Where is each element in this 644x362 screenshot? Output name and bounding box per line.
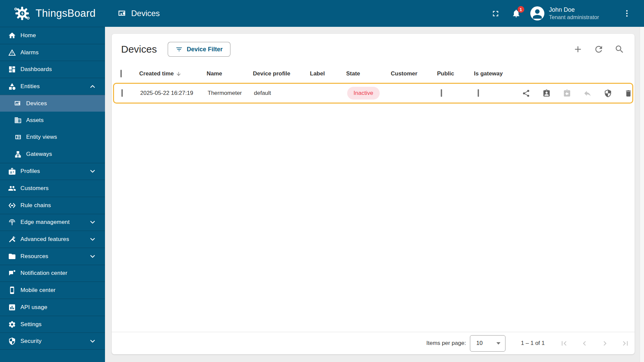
people-icon [8, 184, 16, 192]
column-header-name[interactable]: Name [207, 70, 253, 77]
cell-device-profile: default [254, 90, 311, 97]
column-header-device-profile[interactable]: Device profile [253, 70, 310, 77]
sidebar-item-rule-chains[interactable]: Rule chains [0, 197, 105, 214]
delete-icon [624, 89, 633, 98]
sidebar-item-edge-management[interactable]: Edge management [0, 214, 105, 231]
more-menu-button[interactable] [623, 9, 631, 18]
sidebar-item-label: Advanced features [20, 236, 69, 243]
sidebar-item-resources[interactable]: Resources [0, 248, 105, 265]
table-row[interactable]: 2025-05-22 16:27:19 Thermometer default … [113, 83, 633, 104]
user-name: John Doe [549, 6, 599, 14]
cell-name: Thermometer [208, 90, 254, 97]
is-gateway-checkbox[interactable] [478, 89, 479, 97]
share-button[interactable] [522, 89, 530, 98]
sidebar-item-label: Devices [26, 100, 47, 107]
app-name: ThingsBoard [36, 7, 96, 19]
sidebar-item-label: Mobile center [20, 287, 56, 294]
last-page-button[interactable] [621, 339, 630, 348]
main-content: Devices Device Filter [105, 27, 644, 362]
sidebar-item-advanced-features[interactable]: Advanced features [0, 231, 105, 248]
sidebar-item-label: Alarms [20, 49, 39, 56]
search-button[interactable] [614, 44, 625, 54]
card-toolbar: Devices Device Filter [112, 34, 635, 65]
page-title: Devices [121, 44, 157, 55]
sidebar-item-devices[interactable]: Devices [0, 95, 105, 112]
next-page-button[interactable] [600, 339, 609, 348]
sidebar-item-settings[interactable]: Settings [0, 316, 105, 333]
column-header-created-time[interactable]: Created time [139, 70, 207, 77]
search-icon [614, 44, 625, 54]
sidebar-item-mobile-center[interactable]: Mobile center [0, 282, 105, 299]
add-device-button[interactable] [573, 44, 583, 54]
thingsboard-gear-logo-icon [13, 5, 31, 22]
shield-icon [8, 337, 16, 345]
breadcrumb[interactable]: Devices [118, 9, 160, 18]
items-per-page-select[interactable]: 10 [470, 335, 505, 352]
sidebar-item-profiles[interactable]: Profiles [0, 163, 105, 180]
items-per-page-label: Items per page: [426, 340, 466, 347]
chevron-down-icon [496, 342, 500, 345]
chevron-up-icon [89, 83, 96, 90]
column-header-is-gateway[interactable]: Is gateway [474, 70, 521, 77]
sidebar-item-entities[interactable]: Entities [0, 78, 105, 95]
sidebar-item-entity-views[interactable]: Entity views [0, 129, 105, 146]
assign-customer-button[interactable] [542, 89, 551, 98]
previous-page-button[interactable] [580, 339, 589, 348]
dashboard-icon [8, 65, 16, 73]
refresh-button[interactable] [594, 44, 604, 54]
sidebar-item-home[interactable]: Home [0, 27, 105, 44]
sidebar-item-label: Dashboards [20, 66, 52, 73]
chevron-down-icon [89, 253, 96, 260]
sidebar-item-api-usage[interactable]: API usage [0, 299, 105, 316]
avatar[interactable] [530, 6, 544, 20]
chevron-down-icon [89, 338, 96, 345]
sidebar-item-assets[interactable]: Assets [0, 112, 105, 129]
select-all-checkbox[interactable] [120, 70, 122, 77]
page-range-label: 1 – 1 of 1 [521, 340, 545, 347]
chevron-down-icon [89, 168, 96, 175]
security-button[interactable] [604, 89, 612, 98]
public-checkbox[interactable] [441, 89, 442, 97]
delete-button[interactable] [624, 89, 633, 98]
sidebar-item-gateways[interactable]: Gateways [0, 146, 105, 163]
category-icon [8, 82, 16, 90]
devices-breadcrumb-icon [118, 9, 127, 18]
previous-page-icon [580, 339, 589, 348]
row-checkbox[interactable] [121, 89, 123, 97]
notification-icon [8, 269, 16, 277]
paginator: Items per page: 10 1 – 1 of 1 [112, 332, 635, 354]
cell-created-time: 2025-05-22 16:27:19 [140, 90, 208, 97]
user-role: Tenant administrator [549, 14, 599, 21]
avatar-person-icon [530, 6, 544, 20]
sidebar-item-dashboards[interactable]: Dashboards [0, 61, 105, 78]
column-header-state[interactable]: State [346, 70, 391, 77]
sidebar-item-notification-center[interactable]: Notification center [0, 265, 105, 282]
phone-icon [8, 286, 16, 294]
unassign-button[interactable] [583, 89, 592, 98]
user-info: John Doe Tenant administrator [549, 6, 599, 20]
cell-state: Inactive [347, 87, 392, 100]
first-page-button[interactable] [559, 339, 569, 348]
device-filter-label: Device Filter [187, 46, 223, 53]
sidebar-item-label: Resources [20, 253, 48, 260]
column-header-public[interactable]: Public [437, 70, 474, 77]
warning-icon [8, 49, 16, 57]
lan-icon [14, 150, 22, 158]
filter-icon [175, 46, 183, 53]
sidebar-item-alarms[interactable]: Alarms [0, 44, 105, 61]
column-header-label[interactable]: Label [310, 70, 346, 77]
column-header-customer[interactable]: Customer [391, 70, 437, 77]
scrollbar[interactable] [640, 27, 644, 362]
sidebar-item-customers[interactable]: Customers [0, 180, 105, 197]
items-per-page-value: 10 [476, 340, 483, 347]
rule-chain-icon [8, 201, 16, 209]
manage-credentials-button[interactable] [563, 89, 571, 98]
sidebar-item-security[interactable]: Security [0, 333, 105, 350]
row-actions [522, 89, 637, 98]
device-filter-button[interactable]: Device Filter [168, 42, 230, 57]
fullscreen-icon [491, 9, 500, 18]
badge-icon [8, 167, 16, 175]
devices-icon [14, 100, 22, 108]
fullscreen-button[interactable] [491, 9, 500, 18]
app-logo[interactable]: ThingsBoard [13, 5, 105, 22]
